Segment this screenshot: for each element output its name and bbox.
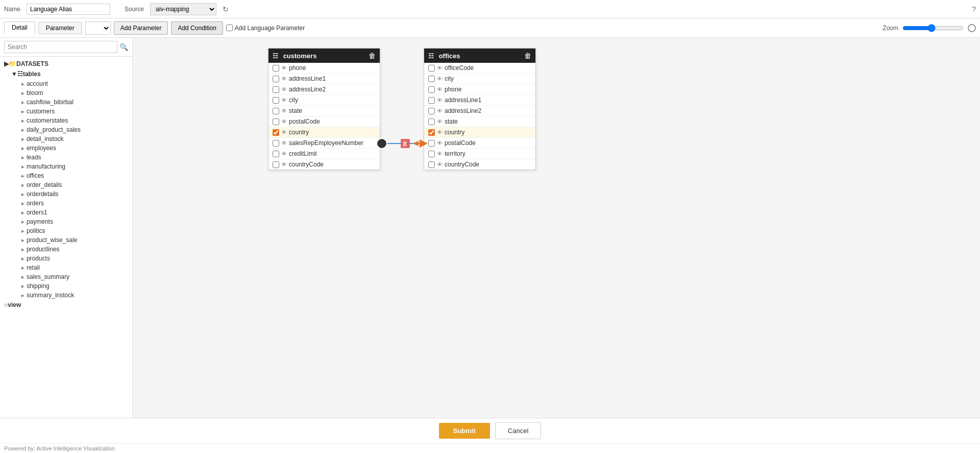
sidebar-item-politics[interactable]: ►politics [14,226,132,235]
search-icon[interactable]: 🔍 [119,43,128,51]
customers-field-creditLimit: 👁 creditLimit [268,149,380,159]
customers-checkbox-addressLine1[interactable] [273,76,279,82]
sidebar-item-orderdetails[interactable]: ►orderdetails [14,189,132,199]
customers-checkbox-postalCode[interactable] [273,118,279,125]
sidebar-item-retail[interactable]: ►retail [14,263,132,272]
join-connector-svg: 🗑 [133,38,980,418]
sidebar-item-employees[interactable]: ►employees [14,144,132,153]
customers-checkbox-state[interactable] [273,108,279,114]
offices-checkbox-addressLine2[interactable] [428,108,435,114]
offices-field-officeCode: 👁 officeCode [424,63,535,74]
add-parameter-button[interactable]: Add Parameter [114,21,168,35]
sidebar-item-cashflow_bibirbal[interactable]: ►cashflow_bibirbal [14,98,132,107]
zoom-slider[interactable] [902,24,964,32]
tables-toggle: ▼ [11,70,17,78]
sidebar-item-detail_instock[interactable]: ►detail_instock [14,134,132,144]
sidebar-item-products[interactable]: ►products [14,254,132,263]
svg-marker-4 [412,141,419,146]
offices-checkbox-addressLine1[interactable] [428,97,435,104]
sidebar-item-productlines[interactable]: ►productlines [14,245,132,254]
sidebar-item-orders1[interactable]: ►orders1 [14,208,132,217]
customers-field-postalCode: 👁 postalCode [268,116,380,127]
datasets-toggle: ▶ [4,60,9,67]
search-box: 🔍 [0,38,132,57]
name-input[interactable] [27,4,110,15]
sidebar-item-shipping[interactable]: ►shipping [14,281,132,291]
sidebar-item-bloom[interactable]: ►bloom [14,88,132,98]
refresh-icon[interactable]: ↻ [223,5,229,13]
offices-field-addressLine2: 👁 addressLine2 [424,106,535,116]
offices-table-header[interactable]: ☷ offices 🗑 [424,49,535,63]
sidebar-item-sales_summary[interactable]: ►sales_summary [14,272,132,281]
lang-param-area: Add Language Parameter [226,25,305,32]
search-input[interactable] [4,41,117,53]
tree-area: ▶ 📁 DATASETS ▼ ☷ tables ►account►bloom►c… [0,57,132,418]
offices-checkbox-officeCode[interactable] [428,65,435,71]
parameter-tab[interactable]: Parameter [38,22,82,34]
main-area: 🔍 ▶ 📁 DATASETS ▼ ☷ tables ►account►bloom… [0,38,980,418]
offices-checkbox-country[interactable] [428,129,435,136]
customers-checkbox-city[interactable] [273,97,279,104]
customers-checkbox-country[interactable] [273,129,279,136]
customers-table-title: customers [283,52,317,60]
tables-root[interactable]: ▼ ☷ tables [7,69,132,79]
tables-icon: ☷ [17,70,23,78]
customers-checkbox-addressLine2[interactable] [273,86,279,93]
sidebar-item-offices[interactable]: ►offices [14,171,132,180]
customers-field-salesRepEmployeeNumber: 👁 salesRepEmployeeNumber [268,138,380,149]
customers-checkbox-countryCode[interactable] [273,161,279,168]
sidebar-item-product_wise_sale[interactable]: ►product_wise_sale [14,235,132,245]
customers-table-header[interactable]: ☷ customers 🗑 [268,49,380,63]
sidebar-item-customers[interactable]: ►customers [14,107,132,116]
submit-button[interactable]: Submit [439,423,490,439]
sidebar-item-summary_instock[interactable]: ►summary_instock [14,291,132,300]
offices-table-icon: ☷ [428,53,434,60]
bottom-bar: Submit Cancel [0,418,980,443]
cancel-button[interactable]: Cancel [495,422,541,439]
footer-text: Powered by: Active Intelligence Visualiz… [4,445,115,451]
offices-checkbox-phone[interactable] [428,86,435,93]
offices-table: ☷ offices 🗑 👁 officeCode 👁 city 👁 phone … [424,48,536,170]
customers-field-addressLine1: 👁 addressLine1 [268,74,380,84]
sidebar-item-account[interactable]: ►account [14,79,132,88]
customers-field-country: 👁 country [268,127,380,138]
view-root[interactable]: ○ view [0,300,132,310]
offices-checkbox-city[interactable] [428,76,435,82]
svg-rect-2 [401,139,410,148]
help-icon[interactable]: ? [972,5,976,13]
customers-checkbox-salesRepEmployeeNumber[interactable] [273,140,279,147]
offices-checkbox-postalCode[interactable] [428,140,435,147]
sidebar-item-manufacturing[interactable]: ►manufacturing [14,162,132,171]
sidebar-item-daily_product_sales[interactable]: ►daily_product_sales [14,125,132,134]
customers-table-scroll[interactable]: 👁 phone 👁 addressLine1 👁 addressLine2 👁 … [268,63,380,170]
top-bar: Name Source aiv-mapping other ↻ ? [0,0,980,18]
offices-table-title: offices [439,52,460,60]
offices-checkbox-state[interactable] [428,118,435,125]
lang-param-checkbox[interactable] [226,25,233,31]
detail-tab[interactable]: Detail [4,21,35,34]
sidebar-item-orders[interactable]: ►orders [14,199,132,208]
offices-field-territory: 👁 territory [424,149,535,159]
customers-checkbox-creditLimit[interactable] [273,151,279,157]
sidebar-item-customerstates[interactable]: ►customerstates [14,116,132,125]
datasets-root[interactable]: ▶ 📁 DATASETS [0,59,132,69]
offices-table-scroll[interactable]: 👁 officeCode 👁 city 👁 phone 👁 addressLin… [424,63,535,170]
source-select[interactable]: aiv-mapping other [150,3,216,15]
offices-field-country: 👁 country [424,127,535,138]
sidebar-item-order_details[interactable]: ►order_details [14,180,132,189]
customers-delete-button[interactable]: 🗑 [369,52,376,60]
sidebar-item-payments[interactable]: ►payments [14,217,132,226]
add-condition-button[interactable]: Add Condition [171,21,223,35]
canvas-inner: ☷ customers 🗑 👁 phone 👁 addressLine1 👁 a… [133,38,980,418]
offices-delete-button[interactable]: 🗑 [524,52,531,60]
offices-field-phone: 👁 phone [424,84,535,95]
sidebar-item-leads[interactable]: ►leads [14,153,132,162]
offices-checkbox-territory[interactable] [428,151,435,157]
offices-field-addressLine1: 👁 addressLine1 [424,95,535,106]
sidebar: 🔍 ▶ 📁 DATASETS ▼ ☷ tables ►account►bloom… [0,38,133,418]
offices-checkbox-countryCode[interactable] [428,161,435,168]
name-label: Name [4,6,20,13]
customers-table: ☷ customers 🗑 👁 phone 👁 addressLine1 👁 a… [268,48,380,170]
customers-checkbox-phone[interactable] [273,65,279,71]
tab-dropdown[interactable] [85,21,111,35]
